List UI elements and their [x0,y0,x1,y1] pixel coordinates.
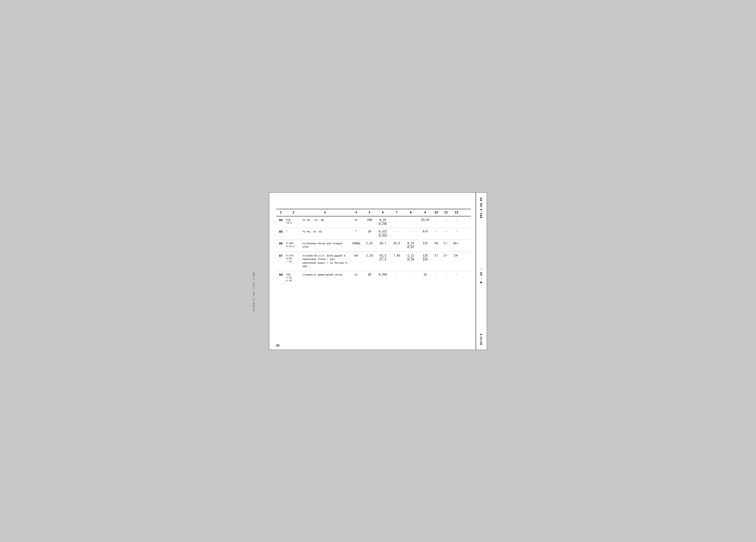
left-margin-text: к ф цитм нл, тмн, 4 лноо, 4 7625. [253,271,255,312]
sidebar-bottom-text: 9173/3 [480,333,483,345]
col8-85: - [403,230,419,234]
ref-84: ССЦтб.3 [285,218,302,225]
col7-87: 7,85 [391,254,403,258]
unit-84: кг [348,218,364,222]
col-2-header: 2 [285,211,302,215]
col7-85: - [391,230,403,234]
desc-85: То же, кл. BI [302,230,348,234]
unit-86: I00м2 [348,242,364,246]
desc-86: Установка лесов для кладки отен [302,242,348,249]
col8-86: 0,23 0,07 [403,242,419,250]
col-3-header: 3 [302,211,348,215]
col6-84: 0,25 0,245 [375,218,391,226]
qty-87: 2,I6 [364,254,375,258]
table-row: 84 ССЦтб.3 То же , кл. АШ кг I00 0,25 0,… [276,217,471,228]
unit-85: " [348,230,364,234]
col12-88: - [451,273,462,277]
col-1-header: I [276,211,285,215]
col10-88: - [432,273,441,277]
right-sidebar: 801-2-60.85 Ш - 25 - 9173/3 [476,193,487,350]
col9-86: II5 [419,242,432,246]
qty-86: 2,3I [364,242,375,246]
col12-84: - [451,218,462,222]
row-num-85: 85 [276,230,285,234]
page-number: 62 [276,344,279,347]
col6-88: 0,392 [375,273,391,277]
col11-87: 2/- [441,254,451,258]
table-row: 87 6-I706-I5-- II Устройство ж.б. вкла-д… [276,252,471,271]
ref-88: СРЦч.IIп.43 [285,273,302,282]
page-footer: 62 [276,344,279,347]
col9-84: 25/25 [419,218,432,222]
col-4-header: 4 [348,211,364,215]
col11-84: - [441,218,451,222]
col-6-header: 6 [375,211,391,215]
col9-87: II5 I24 [419,254,432,262]
sidebar-top-text: 801-2-60.85 [480,197,483,218]
qty-84: I00 [364,218,375,222]
row-num-86: 86 [276,242,285,246]
ref-85: " [285,230,302,233]
row-num-87: 87 [276,254,285,258]
unit-88: кг [348,273,364,277]
col6-85: 0,32I 0,316 [375,230,391,238]
col7-86: 25,5 [391,242,403,246]
col12-85: - [451,230,462,234]
col6-87: 53,3 57,4 [375,254,391,262]
col8-88: - [403,273,419,277]
table-row: 86 8-I908-22-2 Установка лесов для кладк… [276,240,471,252]
row-num-84: 84 [276,218,285,222]
col7-84: - [391,218,403,222]
col-10-header: I0 [432,211,441,215]
ref-86: 8-I908-22-2 [285,242,302,248]
table-row: 85 " То же, кл. BI " 20 0,32I 0,316 - - … [276,228,471,240]
col-8-header: 8 [403,211,419,215]
col-11-header: II [441,211,451,215]
col11-85: - [441,230,451,234]
table-header: I 2 3 4 5 6 7 8 9 I0 II I2 [276,209,471,217]
col12-87: I9- [451,254,462,258]
col-12-header: I2 [451,211,462,215]
unit-87: м3 [348,254,364,258]
col-5-header: 5 [364,211,375,215]
table-row: 88 СРЦч.IIп.43 Стоимость арматурной сетк… [276,271,471,284]
desc-87: Устройство ж.б. вкла-дышей в кирпичные о… [302,254,348,269]
qty-85: 20 [364,230,375,234]
col7-88: - [391,273,403,277]
desc-84: То же , кл. АШ [302,218,348,222]
col6-86: 49,7 [375,242,391,246]
qty-88: 40 [364,273,375,277]
col10-86: 59 [432,242,441,246]
col8-87: I,I2 0,34 [403,254,419,262]
col8-84: - [403,218,419,222]
col-7-header: 7 [391,211,403,215]
col11-86: I/- [441,242,451,246]
col-9-header: 9 [419,211,432,215]
col9-85: 6/6 [419,230,432,234]
col10-87: I7 [432,254,441,258]
sidebar-middle-text: Ш - 25 - [480,268,483,283]
ref-87: 6-I706-I5-- II [285,254,302,264]
col10-85: - [432,230,441,234]
col10-84: - [432,218,441,222]
table-body: 84 ССЦтб.3 То же , кл. АШ кг I00 0,25 0,… [276,217,471,284]
col12-86: 60/- [451,242,462,246]
col11-88: - [441,273,451,277]
col9-88: I6 [419,273,432,277]
row-num-88: 88 [276,273,285,277]
desc-88: Стоимость арматурной сетки [302,273,348,277]
